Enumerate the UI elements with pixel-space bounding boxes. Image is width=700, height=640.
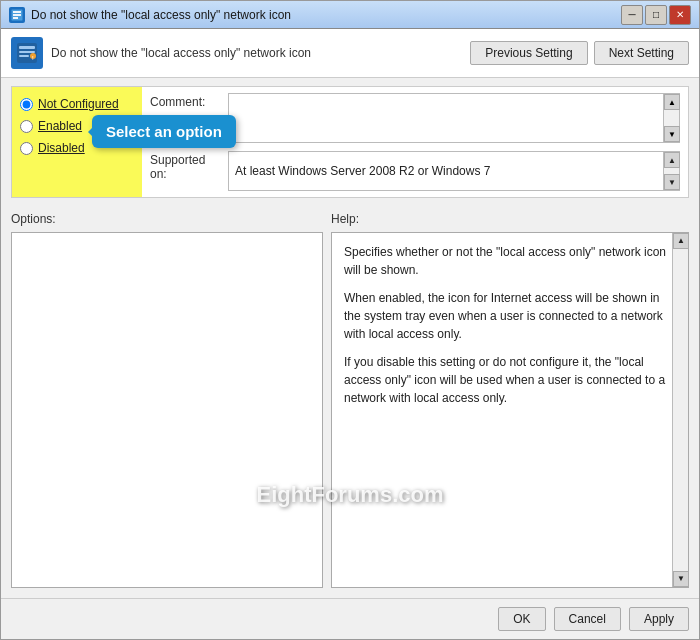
supported-value: At least Windows Server 2008 R2 or Windo…: [235, 164, 490, 178]
supported-row: Supported on: At least Windows Server 20…: [150, 151, 680, 191]
window-title: Do not show the "local access only" netw…: [31, 8, 291, 22]
radio-disabled-input[interactable]: [20, 142, 33, 155]
help-scroll-down[interactable]: ▼: [673, 571, 689, 587]
section-labels-row: Options: Help:: [11, 212, 689, 226]
help-scrollbar[interactable]: ▲ ▼: [672, 233, 688, 587]
comment-label: Comment:: [150, 93, 220, 109]
footer: OK Cancel Apply: [1, 598, 699, 639]
help-paragraph-1: Specifies whether or not the "local acce…: [344, 243, 676, 279]
next-setting-button[interactable]: Next Setting: [594, 41, 689, 65]
maximize-button[interactable]: □: [645, 5, 667, 25]
options-panel: [11, 232, 323, 588]
comment-scrollbar[interactable]: ▲ ▼: [663, 94, 679, 142]
bottom-area: Options: Help: Specifies whether or not …: [11, 212, 689, 588]
radio-enabled-input[interactable]: [20, 120, 33, 133]
left-panel: Not Configured Enabled Disabled Select a…: [12, 87, 142, 197]
minimize-button[interactable]: ─: [621, 5, 643, 25]
comment-box[interactable]: ▲ ▼: [228, 93, 680, 143]
svg-rect-2: [13, 14, 21, 16]
header-title: Do not show the "local access only" netw…: [51, 46, 311, 60]
title-bar-left: Do not show the "local access only" netw…: [9, 7, 291, 23]
supported-value-box: At least Windows Server 2008 R2 or Windo…: [228, 151, 680, 191]
title-buttons: ─ □ ✕: [621, 5, 691, 25]
radio-not-configured[interactable]: Not Configured: [20, 97, 134, 111]
header-buttons: Previous Setting Next Setting: [470, 41, 689, 65]
sup-scrollbar-down-btn[interactable]: ▼: [664, 174, 680, 190]
select-option-tooltip: Select an option: [92, 115, 236, 148]
header-left: ! Do not show the "local access only" ne…: [11, 37, 311, 69]
help-scroll-up[interactable]: ▲: [673, 233, 689, 249]
sup-scrollbar-up-btn[interactable]: ▲: [664, 152, 680, 168]
scrollbar-up-btn[interactable]: ▲: [664, 94, 680, 110]
main-config-area: Not Configured Enabled Disabled Select a…: [11, 86, 689, 198]
svg-rect-5: [19, 46, 35, 49]
scrollbar-down-btn[interactable]: ▼: [664, 126, 680, 142]
prev-setting-button[interactable]: Previous Setting: [470, 41, 587, 65]
svg-rect-3: [13, 17, 18, 19]
cancel-button[interactable]: Cancel: [554, 607, 621, 631]
help-paragraph-2: When enabled, the icon for Internet acce…: [344, 289, 676, 343]
apply-button[interactable]: Apply: [629, 607, 689, 631]
header-row: ! Do not show the "local access only" ne…: [1, 29, 699, 78]
supported-label: Supported on:: [150, 151, 220, 181]
policy-icon: !: [11, 37, 43, 69]
help-paragraph-3: If you disable this setting or do not co…: [344, 353, 676, 407]
svg-rect-1: [13, 11, 21, 13]
main-window: Do not show the "local access only" netw…: [0, 0, 700, 640]
svg-rect-7: [19, 55, 29, 57]
radio-not-configured-input[interactable]: [20, 98, 33, 111]
ok-button[interactable]: OK: [498, 607, 545, 631]
app-icon: [9, 7, 25, 23]
panels-container: Specifies whether or not the "local acce…: [11, 232, 689, 588]
radio-disabled-label[interactable]: Disabled: [38, 141, 85, 155]
close-button[interactable]: ✕: [669, 5, 691, 25]
title-bar: Do not show the "local access only" netw…: [1, 1, 699, 29]
help-panel: Specifies whether or not the "local acce…: [331, 232, 689, 588]
radio-enabled-label[interactable]: Enabled: [38, 119, 82, 133]
svg-rect-6: [19, 51, 35, 53]
content-area: ! Do not show the "local access only" ne…: [1, 29, 699, 598]
supported-scrollbar[interactable]: ▲ ▼: [663, 152, 679, 190]
radio-not-configured-label[interactable]: Not Configured: [38, 97, 119, 111]
options-section-label: Options:: [11, 212, 331, 226]
help-section-label: Help:: [331, 212, 359, 226]
